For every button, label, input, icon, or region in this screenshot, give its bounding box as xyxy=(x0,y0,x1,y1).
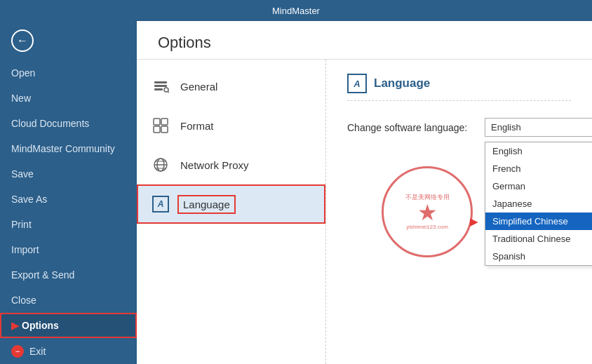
sidebar-item-import[interactable]: Import xyxy=(0,237,137,262)
content-header: Options xyxy=(137,21,592,60)
dropdown-item-french[interactable]: French xyxy=(485,160,592,177)
dropdown-item-english[interactable]: English xyxy=(485,142,592,160)
top-bar: MindMaster xyxy=(0,0,592,21)
sidebar-item-mindmaster-community[interactable]: MindMaster Community xyxy=(0,136,137,161)
sidebar-item-save-as[interactable]: Save As xyxy=(0,187,137,212)
svg-line-4 xyxy=(168,92,170,93)
language-select[interactable]: English xyxy=(485,118,592,137)
language-select-container: English ▼ English French German Japanese… xyxy=(485,118,592,137)
svg-rect-8 xyxy=(161,126,168,133)
options-format[interactable]: Format xyxy=(137,106,325,145)
svg-rect-2 xyxy=(154,88,163,90)
svg-rect-7 xyxy=(154,126,160,133)
sidebar-item-export-send[interactable]: Export & Send xyxy=(0,262,137,288)
content-body: General Format xyxy=(137,60,592,364)
network-proxy-label: Network Proxy xyxy=(180,159,249,171)
dropdown-item-simplified-chinese[interactable]: ▶ Simplified Chinese xyxy=(485,213,592,230)
options-arrow-icon: ▶ xyxy=(11,320,19,331)
options-general[interactable]: General xyxy=(137,67,325,106)
back-circle-icon: ← xyxy=(11,29,34,52)
sidebar-item-open[interactable]: Open xyxy=(0,60,137,86)
sidebar-item-options[interactable]: ▶ Options xyxy=(0,313,137,338)
dropdown-item-traditional-chinese[interactable]: Traditional Chinese xyxy=(485,230,592,248)
language-dropdown[interactable]: English French German Japanese ▶ Simplif… xyxy=(485,142,592,266)
main-layout: ← Open New Cloud Documents MindMaster Co… xyxy=(0,21,592,364)
svg-point-3 xyxy=(164,88,168,92)
exit-icon: − xyxy=(11,345,24,358)
format-icon xyxy=(151,116,170,135)
sidebar-item-cloud-documents[interactable]: Cloud Documents xyxy=(0,111,137,136)
svg-rect-6 xyxy=(161,119,168,125)
stamp-url: yishimei123.com xyxy=(406,224,448,230)
watermark-stamp: 不是美网络专用 ★ yishimei123.com xyxy=(382,166,473,257)
language-row: Change software language: English ▼ Engl… xyxy=(347,118,571,137)
stamp-text-top: 不是美网络专用 xyxy=(405,194,450,202)
svg-rect-1 xyxy=(154,85,167,87)
sidebar-item-save[interactable]: Save xyxy=(0,161,137,187)
lang-icon: A xyxy=(347,74,367,93)
options-network-proxy[interactable]: Network Proxy xyxy=(137,145,325,184)
dropdown-item-german[interactable]: German xyxy=(485,177,592,195)
options-panel: General Format xyxy=(137,60,326,364)
sidebar-item-new[interactable]: New xyxy=(0,86,137,111)
sidebar-item-close[interactable]: Close xyxy=(0,288,137,313)
sidebar: ← Open New Cloud Documents MindMaster Co… xyxy=(0,21,137,364)
simplified-chinese-arrow-icon: ▶ xyxy=(470,216,478,227)
right-panel: A Language Change software language: Eng… xyxy=(326,60,592,364)
exit-button[interactable]: − Exit xyxy=(0,338,137,364)
content-area: Options General xyxy=(137,21,592,364)
app-title: MindMaster xyxy=(272,6,320,16)
options-language[interactable]: ▶ A Language xyxy=(137,184,325,224)
page-title: Options xyxy=(158,34,571,52)
language-section-title: A Language xyxy=(347,74,571,101)
svg-rect-0 xyxy=(154,81,167,83)
general-icon xyxy=(151,76,170,96)
sidebar-item-print[interactable]: Print xyxy=(0,212,137,237)
dropdown-item-japanese[interactable]: Japanese xyxy=(485,195,592,213)
language-icon: A xyxy=(151,194,170,214)
svg-rect-5 xyxy=(154,119,160,125)
back-button[interactable]: ← xyxy=(0,21,137,60)
change-language-label: Change software language: xyxy=(347,122,473,133)
dropdown-item-spanish[interactable]: Spanish xyxy=(485,248,592,265)
stamp-star: ★ xyxy=(417,201,438,224)
network-proxy-icon xyxy=(151,155,170,175)
